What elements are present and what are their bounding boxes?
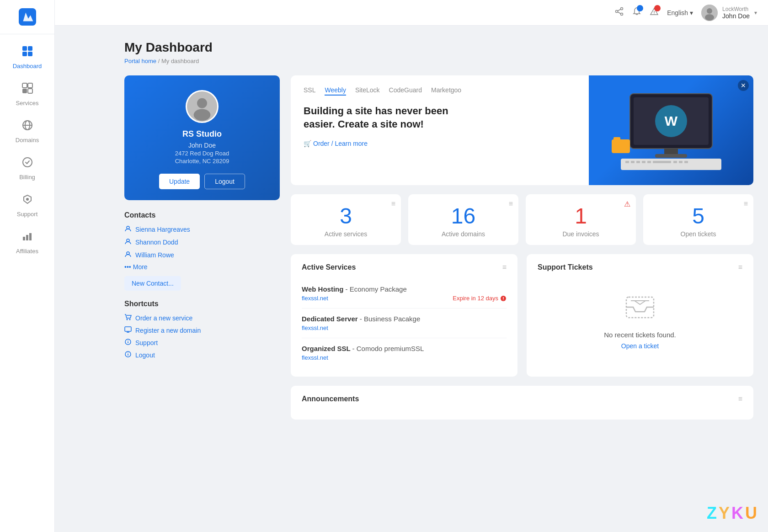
stat-menu-icon[interactable]: ⚠ bbox=[624, 200, 630, 208]
stat-card-invoices: ⚠ 1 Due invoices bbox=[526, 194, 636, 245]
profile-card: RS Studio John Doe 2472 Red Dog Road Cha… bbox=[124, 75, 280, 200]
svg-rect-15 bbox=[26, 235, 28, 240]
svg-rect-51 bbox=[625, 161, 629, 163]
right-column: SSL Weebly SiteLock CodeGuard Marketgoo … bbox=[291, 75, 753, 420]
service-name-0: Web Hosting - Economy Package bbox=[302, 285, 507, 293]
services-card-header: Active Services ≡ bbox=[302, 263, 507, 271]
alert-badge bbox=[654, 5, 661, 11]
logout-icon bbox=[124, 351, 132, 359]
svg-rect-14 bbox=[23, 237, 25, 240]
svg-line-21 bbox=[618, 12, 621, 14]
promo-tab-ssl[interactable]: SSL bbox=[304, 86, 315, 96]
active-services-card: Active Services ≡ Web Hosting - Economy … bbox=[291, 254, 517, 377]
stats-row: ≡ 3 Active services ≡ 16 Active domains … bbox=[291, 194, 753, 245]
tickets-empty: No recent tickets found. Open a ticket bbox=[538, 279, 742, 359]
service-domain-0[interactable]: flexssl.net bbox=[302, 295, 328, 302]
service-domain-2[interactable]: flexssl.net bbox=[302, 354, 328, 361]
logout-button[interactable]: Logout bbox=[204, 174, 245, 189]
stat-menu-icon[interactable]: ≡ bbox=[744, 200, 748, 208]
stat-number-invoices: 1 bbox=[575, 203, 587, 229]
contact-item-0[interactable]: Sienna Hargreaves bbox=[124, 225, 280, 234]
promo-tab-marketgoo[interactable]: Marketgoo bbox=[431, 86, 461, 96]
tickets-menu-icon[interactable]: ≡ bbox=[738, 263, 742, 271]
stat-number-services: 3 bbox=[340, 203, 352, 229]
announcements-header: Announcements ≡ bbox=[302, 395, 742, 403]
promo-heading: Building a site has never been easier. C… bbox=[304, 105, 450, 131]
chevron-down-icon: ▾ bbox=[690, 9, 693, 16]
sidebar-item-label: Affiliates bbox=[16, 248, 38, 255]
stat-menu-icon[interactable]: ≡ bbox=[391, 200, 395, 208]
promo-tab-codeguard[interactable]: CodeGuard bbox=[389, 86, 422, 96]
svg-rect-53 bbox=[636, 161, 640, 163]
svg-rect-7 bbox=[22, 89, 27, 93]
shortcut-logout[interactable]: Logout bbox=[124, 351, 280, 359]
open-ticket-link[interactable]: Open a ticket bbox=[621, 342, 659, 350]
affiliates-icon bbox=[21, 230, 33, 245]
profile-city: Charlotte, NC 28209 bbox=[175, 158, 229, 165]
sidebar-item-domains[interactable]: Domains bbox=[0, 113, 54, 150]
profile-avatar bbox=[186, 90, 219, 123]
shortcut-support[interactable]: Support bbox=[124, 338, 280, 347]
svg-rect-56 bbox=[653, 161, 671, 163]
sidebar-item-services[interactable]: Services bbox=[0, 76, 54, 113]
app-logo bbox=[0, 0, 54, 34]
sidebar-item-affiliates[interactable]: Affiliates bbox=[0, 224, 54, 261]
language-selector[interactable]: English ▾ bbox=[667, 9, 693, 16]
contact-icon bbox=[124, 250, 132, 260]
share-icon[interactable] bbox=[615, 7, 624, 18]
profile-address: 2472 Red Dog Road bbox=[175, 150, 229, 157]
shortcut-order[interactable]: Order a new service bbox=[124, 314, 280, 322]
promo-tab-sitelock[interactable]: SiteLock bbox=[355, 86, 380, 96]
support-tickets-card: Support Tickets ≡ bbox=[527, 254, 753, 377]
tickets-card-header: Support Tickets ≡ bbox=[538, 263, 742, 271]
services-menu-icon[interactable]: ≡ bbox=[502, 263, 507, 271]
svg-rect-59 bbox=[684, 161, 688, 163]
contact-item-2[interactable]: William Rowe bbox=[124, 250, 280, 260]
shortcut-domain[interactable]: Register a new domain bbox=[124, 326, 280, 335]
new-contact-button[interactable]: New Contact... bbox=[124, 276, 181, 291]
svg-rect-54 bbox=[642, 161, 645, 163]
svg-rect-5 bbox=[22, 83, 27, 88]
user-chevron-icon: ▾ bbox=[754, 10, 757, 16]
stat-card-tickets: ≡ 5 Open tickets bbox=[643, 194, 753, 245]
sidebar-item-support[interactable]: Support bbox=[0, 187, 54, 224]
breadcrumb-home[interactable]: Portal home bbox=[124, 58, 156, 64]
svg-point-34 bbox=[129, 319, 131, 320]
language-label: English bbox=[667, 9, 688, 16]
promo-banner: SSL Weebly SiteLock CodeGuard Marketgoo … bbox=[291, 75, 753, 185]
promo-content: SSL Weebly SiteLock CodeGuard Marketgoo … bbox=[291, 75, 589, 185]
promo-tab-weebly[interactable]: Weebly bbox=[325, 86, 346, 96]
shortcut-label-2: Support bbox=[135, 339, 158, 346]
user-menu[interactable]: LockWorth John Doe ▾ bbox=[701, 5, 757, 21]
contact-item-1[interactable]: Shannon Dodd bbox=[124, 238, 280, 247]
stat-menu-icon[interactable]: ≡ bbox=[509, 200, 513, 208]
svg-point-12 bbox=[23, 158, 32, 167]
notifications-icon[interactable] bbox=[632, 7, 641, 18]
service-domain-1[interactable]: flexssl.net bbox=[302, 325, 328, 331]
sidebar-item-billing[interactable]: Billing bbox=[0, 150, 54, 187]
dashboard-icon bbox=[21, 45, 33, 60]
stat-number-tickets: 5 bbox=[692, 203, 704, 229]
alerts-icon[interactable] bbox=[650, 7, 659, 18]
shortcuts-section: Shortcuts Order a new service bbox=[124, 300, 280, 363]
service-name-1: Dedicated Server - Business Pacakge bbox=[302, 315, 507, 323]
more-contacts-link[interactable]: ••• More bbox=[124, 263, 280, 271]
sidebar-item-dashboard[interactable]: Dashboard bbox=[0, 39, 54, 76]
promo-link[interactable]: 🛒 Order / Learn more bbox=[304, 140, 576, 147]
domains-icon bbox=[21, 119, 33, 134]
update-button[interactable]: Update bbox=[159, 174, 200, 189]
svg-rect-61 bbox=[613, 137, 620, 141]
topbar: English ▾ LockWorth John Doe ▾ bbox=[55, 0, 768, 26]
svg-line-20 bbox=[618, 9, 621, 11]
sidebar-item-label: Dashboard bbox=[13, 63, 42, 69]
svg-point-31 bbox=[127, 239, 129, 242]
svg-rect-1 bbox=[22, 46, 27, 51]
svg-point-43 bbox=[128, 352, 128, 353]
announcements-menu-icon[interactable]: ≡ bbox=[738, 395, 742, 403]
support-icon bbox=[21, 193, 33, 208]
middle-panels: Active Services ≡ Web Hosting - Economy … bbox=[291, 254, 753, 377]
svg-rect-57 bbox=[673, 161, 677, 163]
svg-rect-58 bbox=[679, 161, 683, 163]
svg-rect-55 bbox=[647, 161, 651, 163]
promo-close-button[interactable]: ✕ bbox=[738, 80, 749, 91]
